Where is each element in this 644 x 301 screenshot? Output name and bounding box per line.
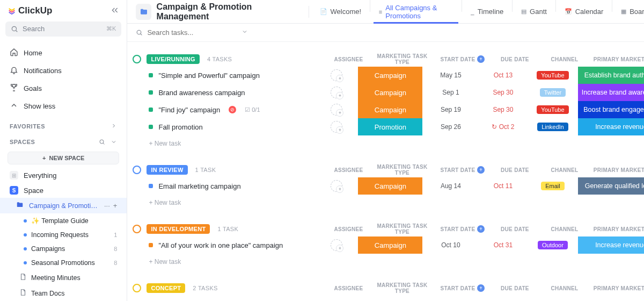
due-date[interactable]: Sep 30 — [479, 106, 527, 113]
chevron-down-icon[interactable] — [111, 139, 117, 145]
channel-chip[interactable]: YouTube — [537, 105, 568, 114]
new-space-button[interactable]: +NEW SPACE — [8, 152, 119, 164]
collapse-sidebar-icon[interactable] — [111, 6, 119, 16]
goal-pill[interactable]: Increase revenue — [578, 236, 644, 254]
nav-goals[interactable]: Goals — [0, 80, 127, 97]
goal-pill[interactable]: Establish brand authority — [578, 67, 644, 84]
nav-home[interactable]: Home — [0, 44, 127, 62]
folder-add-icon[interactable]: + — [113, 202, 118, 210]
sidebar-item-space[interactable]: S Space — [0, 183, 127, 198]
task-row[interactable]: "Find joy" campaign⊘☑ 0/1 Campaign Sep 1… — [133, 101, 644, 118]
channel-chip[interactable]: LinkedIn — [537, 123, 568, 131]
task-type-pill[interactable]: Campaign — [358, 101, 422, 118]
sidebar-folder-selected[interactable]: Campaign & Promotion M... ··· + — [0, 198, 127, 213]
task-type-pill[interactable]: Promotion — [358, 118, 422, 135]
nav-notifications[interactable]: Notifications — [0, 62, 127, 80]
tab-gantt[interactable]: ▤Gantt — [516, 0, 552, 24]
assignee-avatar[interactable] — [331, 239, 342, 251]
header-folder-icon[interactable] — [136, 4, 151, 20]
assignee-avatar[interactable] — [331, 87, 342, 98]
new-task-button[interactable]: + New task — [133, 195, 644, 206]
everything-icon: ⊞ — [10, 171, 18, 180]
sort-icon[interactable] — [477, 284, 485, 292]
favorites-header[interactable]: FAVORITES — [0, 117, 127, 133]
column-header: PRIMARY MARKETING GOAL — [590, 56, 644, 62]
assignee-avatar[interactable] — [331, 104, 342, 116]
list-item[interactable]: Campaigns8 — [0, 242, 127, 256]
search-tasks-input[interactable] — [147, 28, 237, 37]
assignee-avatar[interactable] — [331, 69, 342, 81]
tab-all-campaigns-promotions[interactable]: ≡All Campaigns & Promotions — [374, 0, 458, 24]
new-task-button[interactable]: + New task — [133, 135, 644, 147]
list-item[interactable]: Seasonal Promotions8 — [0, 256, 127, 270]
task-type-pill[interactable]: Campaign — [358, 84, 422, 101]
goal-pill[interactable]: Generate qualified leads — [578, 177, 644, 195]
search-spaces-icon[interactable] — [99, 139, 105, 145]
tab-calendar[interactable]: 📅Calendar — [559, 0, 609, 24]
logo[interactable]: ClickUp — [8, 5, 52, 16]
task-type-pill[interactable]: Campaign — [358, 236, 422, 254]
status-ring-icon[interactable] — [133, 284, 141, 292]
column-header: START DATE — [434, 284, 491, 292]
due-date[interactable]: Sep 30 — [479, 89, 527, 96]
sidebar: ClickUp Search ⌘K HomeNotificationsGoals… — [0, 0, 127, 301]
channel-chip[interactable]: Outdoor — [538, 241, 568, 249]
status-label[interactable]: CONCEPT — [147, 283, 185, 293]
task-row[interactable]: Email marketing campaign Campaign Aug 14… — [133, 177, 644, 195]
start-date[interactable]: Oct 10 — [422, 241, 479, 249]
goal-pill[interactable]: Boost brand engagement — [578, 101, 644, 118]
due-date[interactable]: Oct 31 — [479, 241, 527, 249]
list-dot-icon — [24, 233, 27, 236]
channel-chip[interactable]: YouTube — [537, 71, 568, 80]
status-ring-icon[interactable] — [133, 55, 141, 63]
tab-timeline[interactable]: ⎯Timeline — [465, 0, 509, 24]
channel-chip[interactable]: Twitter — [540, 88, 566, 97]
due-date[interactable]: ↻ Oct 2 — [479, 123, 527, 131]
list-item[interactable]: ✨ Template Guide — [0, 213, 127, 228]
nav-show-less[interactable]: Show less — [0, 97, 127, 115]
status-label[interactable]: IN DEVELOPMENT — [147, 224, 210, 234]
column-header: DUE DATE — [491, 167, 539, 173]
doc-icon: 📄 — [320, 8, 327, 15]
status-ring-icon[interactable] — [133, 225, 141, 233]
task-type-pill[interactable]: Campaign — [358, 67, 422, 84]
start-date[interactable]: Sep 1 — [422, 89, 479, 96]
sort-icon[interactable] — [477, 55, 485, 63]
due-date[interactable]: Oct 13 — [479, 71, 527, 79]
doc-item[interactable]: Team Docs — [0, 285, 127, 301]
list-item[interactable]: Incoming Requests1 — [0, 228, 127, 242]
task-row[interactable]: Brand awareness campaign Campaign Sep 1 … — [133, 84, 644, 101]
task-row[interactable]: "All of your work in one place" campaign… — [133, 236, 644, 254]
tab-board[interactable]: ▦Board — [616, 0, 644, 24]
sidebar-search[interactable]: Search ⌘K — [5, 22, 121, 37]
sort-icon[interactable] — [477, 166, 485, 174]
tab-welcome-[interactable]: 📄Welcome! — [314, 0, 367, 24]
task-row[interactable]: "Simple and Powerful" campaign Campaign … — [133, 67, 644, 84]
start-date[interactable]: May 15 — [422, 71, 479, 79]
status-ring-icon[interactable] — [133, 166, 141, 174]
doc-item[interactable]: Meeting Minutes — [0, 270, 127, 285]
column-header: ASSIGNEE — [327, 56, 370, 62]
channel-chip[interactable]: Email — [541, 182, 565, 190]
start-date[interactable]: Sep 19 — [422, 106, 479, 113]
status-label[interactable]: IN REVIEW — [147, 165, 187, 175]
folder-more-icon[interactable]: ··· — [104, 202, 110, 210]
column-header: DUE DATE — [491, 226, 539, 232]
goal-pill[interactable]: Increase brand awareness — [578, 84, 644, 101]
start-date[interactable]: Aug 14 — [422, 182, 479, 190]
assignee-avatar[interactable] — [331, 180, 342, 192]
gantt-icon: ▤ — [521, 8, 526, 15]
task-row[interactable]: Fall promotion Promotion Sep 26 ↻ Oct 2 … — [133, 118, 644, 135]
sidebar-item-everything[interactable]: ⊞ Everything — [0, 168, 127, 183]
task-type-pill[interactable]: Campaign — [358, 177, 422, 195]
assignee-avatar[interactable] — [331, 121, 342, 133]
sort-icon[interactable] — [477, 225, 485, 233]
chevron-down-icon[interactable] — [241, 28, 248, 37]
due-date[interactable]: Oct 11 — [479, 182, 527, 190]
goal-pill[interactable]: Increase revenue — [578, 118, 644, 135]
new-task-button[interactable]: + New task — [133, 254, 644, 266]
bell-icon — [10, 66, 18, 76]
trophy-icon — [10, 83, 18, 94]
start-date[interactable]: Sep 26 — [422, 123, 479, 131]
status-label[interactable]: LIVE/RUNNING — [147, 54, 199, 64]
